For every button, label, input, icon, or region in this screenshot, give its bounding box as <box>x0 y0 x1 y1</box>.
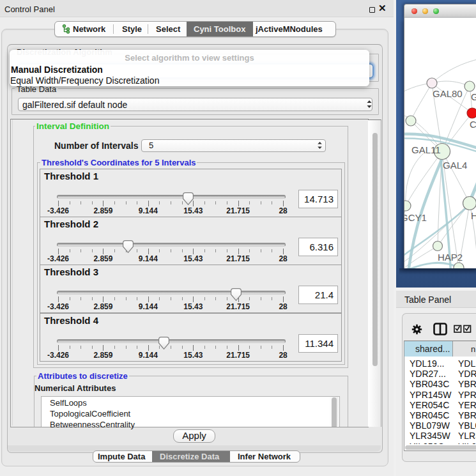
svg-text:GAL11: GAL11 <box>411 144 441 155</box>
svg-text:C: C <box>470 119 476 130</box>
svg-text:GAL4: GAL4 <box>443 160 467 171</box>
svg-text:GAL80: GAL80 <box>433 88 463 99</box>
svg-text:GCY1: GCY1 <box>404 212 427 223</box>
svg-text:HAP2: HAP2 <box>438 252 463 263</box>
svg-text:G: G <box>471 91 476 102</box>
svg-text:H: H <box>471 210 476 221</box>
